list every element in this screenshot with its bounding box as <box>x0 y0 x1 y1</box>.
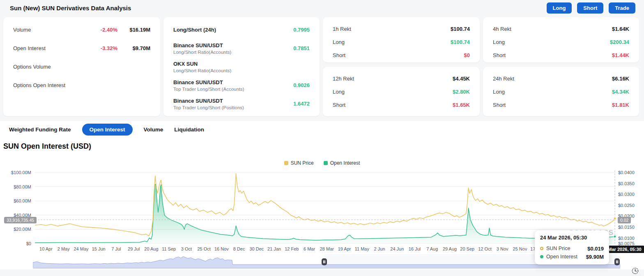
y-tick-label-right: $0.0150 <box>618 225 635 230</box>
stat-label: Options Volume <box>13 64 80 70</box>
rekt-card-4h: 4h Rekt$1.64KLong$200.34Short$1.44K <box>483 17 639 62</box>
x-tick-label: 24 May <box>74 246 88 251</box>
x-tick-label: 3 Nov <box>497 246 508 251</box>
rekt-value: $200.34 <box>610 39 629 45</box>
ratio-title: Binance SUN/USDT <box>173 79 281 85</box>
ratio-title: Binance SUN/USDT <box>173 98 281 104</box>
rekt-total-row: 1h Rekt$100.74 <box>333 22 470 35</box>
rekt-label: 1h Rekt <box>333 26 451 32</box>
x-tick-label: 11 Sep <box>162 246 176 251</box>
y-tick-label-right: $0.0400 <box>618 170 635 175</box>
x-tick-label: 20 Aug <box>144 246 158 251</box>
y-tick-label-left: $60.00M <box>14 198 31 203</box>
rekt-label: Short <box>493 102 612 108</box>
open-interest-line <box>35 184 616 243</box>
tab-weighted-funding-rate[interactable]: Weighted Funding Rate <box>9 126 71 133</box>
x-tick-label: 6 Mar <box>304 246 315 251</box>
series-dot-icon <box>540 247 543 250</box>
rekt-label: Short <box>333 102 453 108</box>
stat-row: Open Interest-3.32%$9.70M <box>13 39 150 58</box>
x-tick-label: 12 Oct <box>478 246 491 251</box>
main-chart[interactable] <box>35 170 616 244</box>
legend-item-open-interest[interactable]: Open Interest <box>324 160 360 166</box>
stat-value: $16.19M <box>117 27 150 33</box>
x-tick-label: 16 Nov <box>214 246 229 251</box>
tooltip-date: 24 Mar 2026, 05:30 <box>540 235 604 241</box>
x-tick-label: 11 May <box>355 246 369 251</box>
page-title: Sun (New) SUN Derivatives Data Analysis <box>10 5 131 12</box>
rekt-long-row: Long$4.34K <box>493 85 629 98</box>
x-tick-label: 21 Jan <box>267 246 281 251</box>
grip-icon <box>616 260 618 263</box>
gridlines <box>35 172 616 244</box>
ratio-row: OKX SUNLong/Short Ratio(Accounts) <box>173 58 310 76</box>
rekt-value: $6.16K <box>612 76 629 82</box>
tab-volume[interactable]: Volume <box>144 126 163 133</box>
market-stats-card: Volume-2.40%$16.19MOpen Interest-3.32%$9… <box>3 17 160 116</box>
rekt-value: $1.81K <box>612 102 629 108</box>
clock-icon[interactable] <box>631 267 639 275</box>
x-tick-label: 28 Mar <box>320 246 334 251</box>
long-short-ratio-card: Long/Short (24h)0.7995Binance SUN/USDTLo… <box>163 17 320 116</box>
rekt-value: $100.74 <box>451 26 470 32</box>
x-tick-label: 2 Jun <box>374 246 385 251</box>
stat-value: $9.70M <box>117 45 150 51</box>
ratio-value: 0.7851 <box>281 45 310 51</box>
ratio-row: Binance SUN/USDTTop Trader Long/Short (A… <box>173 76 310 94</box>
x-tick-label: 2 May <box>58 246 70 251</box>
rekt-short-row: Short$1.81K <box>493 98 629 111</box>
tab-liquidation[interactable]: Liquidation <box>174 126 204 133</box>
rekt-label: Short <box>493 52 612 58</box>
chart-tooltip: 24 Mar 2026, 05:30 SUN Price$0.019Open I… <box>535 230 609 264</box>
stat-row: Options Volume <box>13 58 150 76</box>
navigator-left-handle[interactable] <box>322 258 327 265</box>
rekt-short-row: Short$0 <box>333 48 470 62</box>
stat-change: -2.40% <box>80 27 117 33</box>
rekt-total-row: 4h Rekt$1.64K <box>493 22 629 35</box>
x-tick-label: 25 Nov <box>513 246 527 251</box>
chart-legend: SUN PriceOpen Interest <box>0 160 644 166</box>
y-tick-label-left: $20.00M <box>14 227 31 232</box>
stat-label: Volume <box>13 27 80 33</box>
rekt-total-row: 24h Rekt$6.16K <box>493 72 629 85</box>
rekt-long-row: Long$2.80K <box>333 85 470 98</box>
legend-swatch <box>284 161 288 165</box>
ratio-value: 0.9026 <box>281 82 310 88</box>
y-tick-label-left: $80.00M <box>14 184 31 189</box>
stat-row: Options Open Interest <box>13 76 150 94</box>
x-tick-label: 8 Dec <box>233 246 245 251</box>
x-tick-label: 10 Apr <box>39 246 53 251</box>
trade-button[interactable]: Trade <box>609 2 635 14</box>
x-tick-label: 16 Jul <box>409 246 421 251</box>
ratio-row: Long/Short (24h)0.7995 <box>173 21 310 39</box>
long-button[interactable]: Long <box>547 2 572 14</box>
x-tick-label: 29 Jul <box>128 246 140 251</box>
crosshair-left-value-badge: 33,916,735.45 <box>4 217 37 223</box>
rekt-label: Long <box>493 89 612 95</box>
y-tick-label-left: $0 <box>26 241 31 246</box>
legend-label: SUN Price <box>291 160 314 166</box>
rekt-card-1h: 1h Rekt$100.74Long$100.74Short$0 <box>323 17 480 62</box>
rekt-label: 12h Rekt <box>333 76 453 82</box>
stat-label: Open Interest <box>13 45 80 51</box>
legend-label: Open Interest <box>330 160 360 166</box>
chart-title: SUN Open Interest (USD) <box>3 142 91 151</box>
price-hover-marker <box>614 217 616 220</box>
tooltip-row: Open Interest$9.90M <box>540 253 604 261</box>
x-tick-label: 25 Oct <box>197 246 210 251</box>
x-tick-label: 3 Oct <box>181 246 192 251</box>
tooltip-row: SUN Price$0.019 <box>540 244 604 253</box>
rekt-short-row: Short$1.65K <box>333 98 470 111</box>
tooltip-series-label: SUN Price <box>546 246 584 251</box>
x-tick-label: 15 Jun <box>92 246 106 251</box>
rekt-label: 24h Rekt <box>493 76 612 82</box>
legend-item-sun-price[interactable]: SUN Price <box>284 160 314 166</box>
ratio-subtitle: Long/Short Ratio(Accounts) <box>173 50 281 55</box>
rekt-value: $1.44K <box>612 52 629 58</box>
x-tick-label: 7 Aug <box>426 246 438 251</box>
navigator-right-handle[interactable] <box>614 258 620 265</box>
short-button[interactable]: Short <box>577 2 603 14</box>
rekt-value: $4.34K <box>612 89 629 95</box>
rekt-value: $2.80K <box>453 89 470 95</box>
tab-open-interest[interactable]: Open Interest <box>82 124 133 136</box>
